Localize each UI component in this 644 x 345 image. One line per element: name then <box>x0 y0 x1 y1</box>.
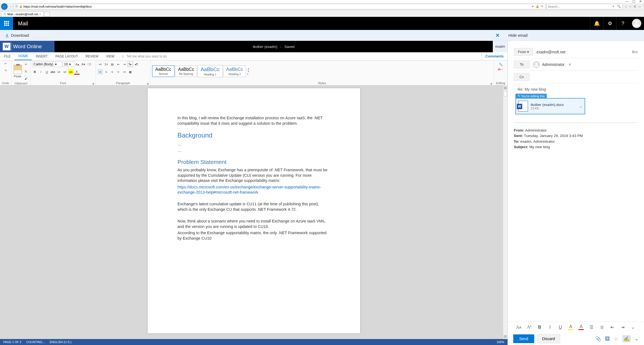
rtl-button[interactable]: ◂¶ <box>133 62 139 67</box>
window-restore-icon[interactable]: ▢ <box>632 0 635 3</box>
tell-me-search[interactable]: Tell me what you want to do <box>118 54 167 58</box>
vertical-scrollbar[interactable] <box>503 86 508 339</box>
multilevel-button[interactable]: ▤ <box>110 62 115 67</box>
font-size-increase-button[interactable]: A▴ <box>526 325 532 329</box>
fmt-indent-button[interactable]: ⇥ <box>620 325 625 330</box>
clear-formatting-button[interactable]: ⌫ <box>87 62 92 67</box>
doc-link[interactable]: https://docs.microsoft.com/en-us/exchang… <box>178 185 321 195</box>
tab-page-layout[interactable]: PAGE LAYOUT <box>51 52 82 60</box>
recipient-chip[interactable]: Administrator ✕ <box>533 61 572 68</box>
redo-button[interactable]: ↷ <box>3 68 8 73</box>
styles-up-button[interactable]: ▲ <box>247 67 250 70</box>
window-minimize-icon[interactable]: — <box>625 0 628 3</box>
document-page[interactable]: In this blog, I will review the Exchange… <box>148 88 360 333</box>
word-brand[interactable]: W Word Online <box>0 41 54 52</box>
copy-button[interactable]: ⎘ <box>23 69 29 74</box>
lightbox-close-button[interactable]: ✕ <box>496 32 503 38</box>
fmt-numbering-button[interactable]: ≣ <box>599 325 604 330</box>
scroll-up-button[interactable] <box>504 87 507 89</box>
nav-back-button[interactable]: ← <box>1 3 8 10</box>
user-avatar[interactable] <box>632 19 641 28</box>
italic-button[interactable]: I <box>38 69 44 75</box>
status-zoom[interactable]: 100% <box>497 340 504 344</box>
app-launcher-button[interactable] <box>0 17 13 30</box>
home-icon[interactable]: ⌂ <box>625 5 627 8</box>
fmt-bullets-button[interactable]: ☰ <box>589 325 594 330</box>
status-page[interactable]: PAGE 1 OF 2 <box>3 340 21 344</box>
search-go-icon[interactable]: 🔍 <box>615 5 622 8</box>
fmt-highlight-button[interactable]: A <box>568 324 573 330</box>
signature-button[interactable]: ✍ <box>622 335 631 342</box>
align-left-button[interactable]: ≡ <box>98 69 103 75</box>
style-heading-1[interactable]: AaBbCcHeading 1 <box>198 65 223 77</box>
doc-p3[interactable]: Now, think about a scenario where you ne… <box>178 219 330 229</box>
attachment-card[interactable]: ✎You're editing this tkolber (exadm).doc… <box>515 98 585 114</box>
attach-button[interactable]: 📎 <box>595 336 601 342</box>
scroll-marker[interactable] <box>504 91 507 96</box>
hide-email-button[interactable]: Hide email <box>503 33 639 38</box>
stop-icon[interactable]: ▼ <box>532 5 534 8</box>
attachment-menu-button[interactable]: ⌄ <box>579 104 582 108</box>
send-button[interactable]: Send <box>513 334 534 343</box>
help-button[interactable]: ? <box>616 17 629 30</box>
line-spacing-button[interactable]: ↕≡ <box>121 69 127 75</box>
fmt-underline-button[interactable]: U <box>558 325 563 330</box>
tab-insert[interactable]: INSERT <box>32 52 51 60</box>
fmt-bold-button[interactable]: B <box>537 325 542 330</box>
status-wordcount[interactable]: COUNTING... <box>26 340 45 344</box>
subscript-button[interactable]: x2 <box>56 69 62 75</box>
align-center-button[interactable]: ≡ <box>104 69 109 75</box>
bullets-button[interactable]: •≡ <box>98 62 103 67</box>
grow-font-button[interactable]: A▴ <box>75 62 80 67</box>
styles-down-button[interactable]: ▼ <box>247 70 250 73</box>
tools-icon[interactable]: ⚙ <box>633 5 636 8</box>
nav-forward-button[interactable]: → <box>8 4 13 9</box>
cut-button[interactable]: ✂ <box>23 62 29 67</box>
doc-p1[interactable]: As you probably know, Exchange has a pre… <box>178 167 330 184</box>
emoji-button[interactable]: ☺ <box>614 336 619 342</box>
format-painter-button[interactable]: 🖌 <box>23 76 29 81</box>
font-name-select[interactable]: Calibri (Body)▾ <box>32 62 62 67</box>
find-button[interactable]: 🔍 <box>499 63 503 66</box>
shrink-font-button[interactable]: A▾ <box>81 62 86 67</box>
paste-button[interactable]: Paste <box>13 64 22 78</box>
smiley-icon[interactable]: ☺ <box>638 5 641 8</box>
ltr-button[interactable]: ¶▸ <box>127 62 133 67</box>
favorites-icon[interactable]: ☆ <box>629 5 632 8</box>
notifications-button[interactable]: 🔔 <box>590 17 603 30</box>
tab-view[interactable]: VIEW <box>102 52 118 60</box>
undo-button[interactable]: ↶ <box>3 62 8 66</box>
heading-problem[interactable]: Problem Statement <box>178 158 330 166</box>
strikethrough-button[interactable]: abc <box>50 69 56 75</box>
document-canvas[interactable]: In this blog, I will review the Exchange… <box>0 86 508 339</box>
download-button[interactable]: Download <box>5 33 29 38</box>
scroll-down-button[interactable] <box>504 335 507 338</box>
word-user-label[interactable]: exadm <box>493 41 508 52</box>
decrease-indent-button[interactable]: ⇤ <box>116 62 121 67</box>
address-bar[interactable]: ⓔ 🔒 ▼ 🔒 ↻ <box>14 4 546 9</box>
browser-search[interactable]: ▾ 🔍 <box>546 4 623 9</box>
fmt-outdent-button[interactable]: ⇤ <box>610 325 615 330</box>
browser-tab[interactable]: ⓔ Mail - exadm@msft.net × <box>1 11 44 17</box>
font-size-decrease-button[interactable]: AA <box>516 325 521 330</box>
search-dropdown-icon[interactable]: ▾ <box>612 5 615 8</box>
highlight-button[interactable]: ab <box>68 69 74 75</box>
url-input[interactable] <box>23 5 530 8</box>
status-language[interactable]: ENGLISH (U.S.) <box>50 340 71 344</box>
fmt-italic-button[interactable]: I <box>547 325 553 330</box>
style-normal[interactable]: AaBbCcNormal <box>152 65 175 77</box>
window-close-icon[interactable]: ✕ <box>639 0 642 3</box>
justify-button[interactable]: ≡ <box>116 69 121 75</box>
doc-p4[interactable]: According to the Exchange supportability… <box>178 230 330 241</box>
tab-review[interactable]: REVIEW <box>82 52 102 60</box>
doc-dots[interactable]: … <box>178 148 330 153</box>
tab-close-icon[interactable]: × <box>39 13 41 16</box>
comments-button[interactable]: Comments <box>481 52 508 60</box>
discard-button[interactable]: Discard <box>537 334 560 343</box>
styles-more-button[interactable]: ▾ <box>247 73 250 75</box>
font-size-select[interactable]: 10▾ <box>63 62 74 67</box>
heading-background[interactable]: Background <box>178 131 330 140</box>
more-actions-button[interactable]: ⌄ <box>634 336 639 342</box>
doc-p2[interactable]: Exchange's latest cumulative update is C… <box>178 201 330 212</box>
align-right-button[interactable]: ≡ <box>110 69 115 75</box>
